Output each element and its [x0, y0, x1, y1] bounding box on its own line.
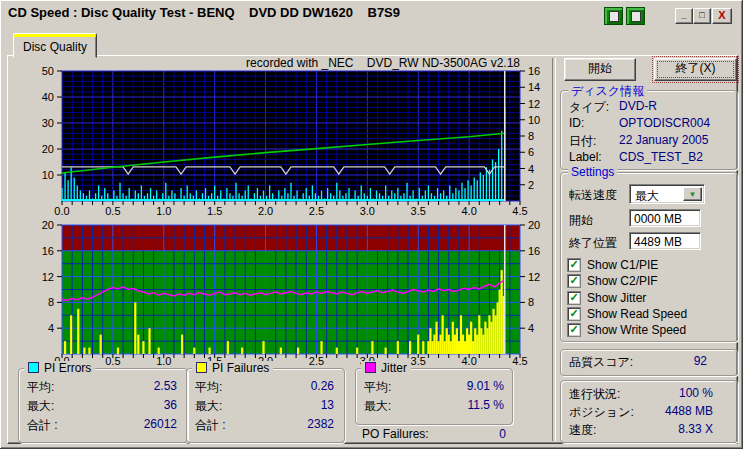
- svg-text:4: 4: [528, 163, 534, 175]
- po-failures-row: PO Failures: 0: [362, 427, 508, 443]
- svg-text:6: 6: [528, 146, 534, 158]
- tab-disc-quality[interactable]: Disc Quality: [13, 33, 97, 58]
- svg-text:50: 50: [42, 65, 54, 77]
- svg-text:10: 10: [528, 114, 540, 126]
- start-position-field[interactable]: 0000 MB: [629, 209, 701, 227]
- transfer-speed-select[interactable]: 最大 ▼: [629, 184, 705, 204]
- svg-text:1.0: 1.0: [156, 355, 171, 367]
- title-bar: CD Speed : Disc Quality Test - BENQ DVD …: [3, 3, 740, 22]
- label-value: CDS_TEST_B2: [619, 150, 703, 164]
- active-tab-highlight: [14, 34, 96, 37]
- checkbox-icon[interactable]: ✓: [567, 323, 581, 337]
- checkbox-icon[interactable]: ✓: [567, 274, 581, 288]
- focus-rect: [657, 61, 734, 78]
- pi-errors-title: PI Errors: [44, 361, 91, 375]
- drive-icon[interactable]: [626, 7, 645, 25]
- avg-label: 平均:: [364, 379, 391, 396]
- svg-text:4.0: 4.0: [461, 205, 476, 217]
- label-label: Label:: [569, 150, 602, 164]
- svg-text:0.5: 0.5: [105, 205, 120, 217]
- svg-text:4: 4: [48, 322, 54, 334]
- checkbox-icon[interactable]: ✓: [567, 258, 581, 272]
- max-value: 13: [321, 398, 334, 412]
- avg-value: 0.26: [311, 379, 334, 393]
- exit-button[interactable]: 終了(X): [654, 58, 737, 81]
- svg-text:3.5: 3.5: [411, 205, 426, 217]
- svg-text:2.5: 2.5: [309, 355, 324, 367]
- minimize-button[interactable]: _: [675, 8, 693, 24]
- type-value: DVD-R: [619, 99, 657, 113]
- svg-text:40: 40: [42, 91, 54, 103]
- max-value: 36: [164, 398, 177, 412]
- checkbox-icon[interactable]: ✓: [567, 307, 581, 321]
- svg-text:2.5: 2.5: [309, 205, 324, 217]
- po-failures-label: PO Failures:: [362, 427, 429, 441]
- start-button[interactable]: 開始: [564, 58, 636, 81]
- jitter-title: Jitter: [381, 361, 407, 375]
- end-position-field[interactable]: 4489 MB: [629, 232, 701, 250]
- drive-icon-slot: [631, 11, 641, 22]
- svg-text:12: 12: [528, 98, 540, 110]
- checkbox-label: Show Jitter: [587, 291, 646, 305]
- checkbox-label: Show Write Speed: [587, 323, 686, 337]
- svg-text:16: 16: [528, 65, 540, 77]
- svg-text:12: 12: [42, 271, 54, 283]
- pi-errors-chart: 10203040502468101214160.00.51.01.52.02.5…: [10, 57, 555, 220]
- total-label: 合計 :: [27, 417, 58, 434]
- svg-text:8: 8: [528, 130, 534, 142]
- type-label: タイプ:: [569, 99, 609, 116]
- total-value: 2382: [307, 417, 334, 431]
- max-label: 最大:: [27, 398, 54, 415]
- end-position-label: 終了位置: [569, 235, 617, 252]
- total-value: 26012: [144, 417, 177, 431]
- jitter-panel: Jitter 平均:9.01 % 最大:11.5 %: [355, 368, 513, 425]
- settings-group: Settings 転送速度 最大 ▼ 開始 0000 MB 終了位置 4489 …: [560, 172, 738, 342]
- svg-text:12: 12: [528, 271, 540, 283]
- svg-text:4.0: 4.0: [461, 355, 476, 367]
- po-failures-value: 0: [499, 427, 506, 441]
- date-label: 日付:: [569, 133, 596, 150]
- tab-label: Disc Quality: [14, 40, 96, 54]
- window-title: CD Speed : Disc Quality Test - BENQ DVD …: [8, 5, 400, 20]
- checkbox-icon[interactable]: ✓: [567, 291, 581, 305]
- svg-text:3.0: 3.0: [360, 205, 375, 217]
- disc-info-group: ディスク情報 タイプ:DVD-R ID:OPTODISCR004 日付:22 J…: [560, 90, 738, 170]
- progress-value: 100 %: [679, 386, 713, 400]
- speed-label: 速度:: [569, 422, 596, 439]
- pi-failures-legend-swatch: [196, 362, 207, 373]
- svg-text:10: 10: [42, 169, 54, 181]
- chevron-down-icon[interactable]: ▼: [683, 187, 702, 201]
- report-icon[interactable]: [604, 7, 623, 25]
- svg-text:20: 20: [42, 219, 54, 231]
- close-button[interactable]: X: [712, 8, 732, 24]
- speed-value: 8.33 X: [678, 422, 713, 436]
- svg-text:0.5: 0.5: [105, 355, 120, 367]
- transfer-speed-label: 転送速度: [569, 187, 617, 204]
- checkbox-label: Show C2/PIF: [587, 274, 658, 288]
- maximize-button[interactable]: □: [693, 8, 711, 24]
- svg-text:20: 20: [528, 219, 540, 231]
- svg-text:2.0: 2.0: [258, 205, 273, 217]
- report-icon-page: [609, 11, 619, 22]
- svg-text:4.5: 4.5: [512, 205, 527, 217]
- start-position-label: 開始: [569, 212, 593, 229]
- svg-text:4.5: 4.5: [512, 355, 527, 367]
- total-label: 合計 :: [195, 417, 226, 434]
- svg-text:0.0: 0.0: [54, 205, 69, 217]
- svg-text:1.5: 1.5: [207, 205, 222, 217]
- id-label: ID:: [569, 116, 584, 130]
- svg-text:16: 16: [528, 245, 540, 257]
- pi-failures-title: PI Failures: [212, 361, 269, 375]
- svg-text:4: 4: [528, 322, 534, 334]
- svg-text:2: 2: [528, 179, 534, 191]
- position-label: ポジション:: [569, 404, 634, 421]
- svg-text:8: 8: [48, 296, 54, 308]
- pi-errors-panel: PI Errors 平均:2.53 最大:36 合計 :26012: [18, 368, 188, 443]
- jitter-legend-swatch: [365, 362, 376, 373]
- max-value: 11.5 %: [468, 398, 504, 412]
- quality-score-label: 品質スコア:: [569, 354, 633, 371]
- svg-text:14: 14: [528, 81, 540, 93]
- svg-text:3.5: 3.5: [411, 355, 426, 367]
- settings-title: Settings: [568, 165, 617, 179]
- quality-score-value: 92: [694, 354, 707, 368]
